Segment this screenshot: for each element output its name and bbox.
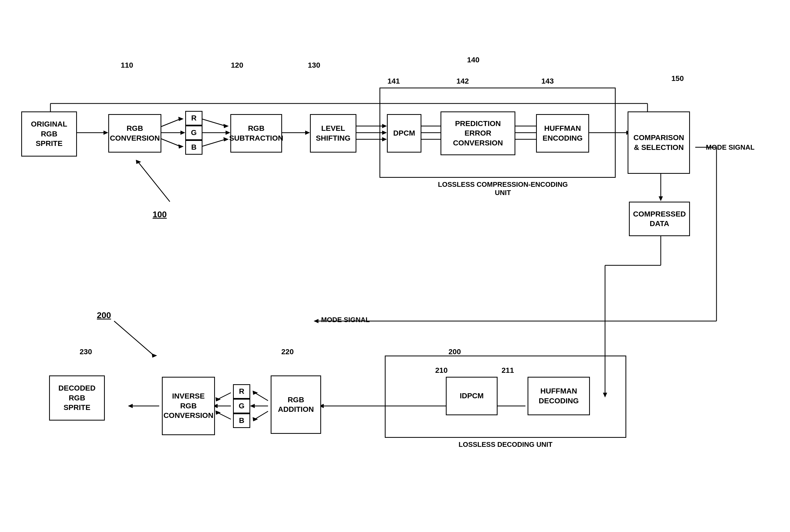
- block-dpcm: DPCM: [387, 114, 421, 153]
- ref-120: 120: [231, 61, 243, 70]
- svg-line-56: [218, 393, 231, 399]
- block-g-bottom: G: [233, 399, 250, 413]
- block-r-bottom: R: [233, 384, 250, 399]
- block-r-top: R: [185, 111, 203, 126]
- svg-marker-7: [178, 144, 184, 149]
- ref-230: 230: [80, 347, 92, 356]
- svg-line-70: [114, 321, 154, 356]
- ref-200: 200: [97, 310, 111, 320]
- svg-marker-69: [136, 160, 141, 164]
- block-huffman-encoding: HUFFMANENCODING: [536, 114, 589, 153]
- block-rgb-conversion: RGBCONVERSION: [108, 114, 161, 153]
- svg-marker-13: [223, 137, 229, 141]
- svg-line-12: [202, 139, 226, 147]
- block-huffman-decoding: HUFFMANDECODING: [528, 377, 590, 415]
- svg-marker-41: [659, 196, 663, 201]
- ref-100: 100: [153, 210, 167, 220]
- svg-marker-71: [152, 354, 157, 358]
- svg-marker-61: [215, 411, 221, 415]
- svg-line-8: [202, 119, 226, 126]
- svg-line-54: [255, 411, 268, 419]
- block-b-top: B: [185, 140, 203, 155]
- block-rgb-subtraction: RGBSUBTRACTION: [230, 114, 282, 153]
- ref-212: 210: [435, 366, 448, 375]
- block-level-shifting: LEVELSHIFTING: [310, 114, 356, 153]
- svg-marker-57: [215, 397, 221, 401]
- svg-marker-53: [250, 404, 255, 408]
- block-decoded-rgb-sprite: DECODEDRGBSPRITE: [49, 376, 105, 421]
- ref-110: 110: [121, 61, 133, 70]
- ref-142: 142: [456, 77, 469, 86]
- svg-line-50: [255, 393, 268, 401]
- ref-130: 130: [308, 61, 320, 70]
- block-b-bottom: B: [233, 413, 250, 428]
- label-mode-signal-bottom: MODE SIGNAL: [321, 316, 370, 324]
- svg-line-2: [159, 119, 181, 127]
- svg-marker-5: [181, 131, 185, 135]
- block-compressed-data: COMPRESSEDDATA: [629, 202, 690, 236]
- ref-220: 220: [281, 347, 294, 356]
- label-lossless-compression: LOSSLESS COMPRESSION-ENCODINGUNIT: [386, 180, 620, 197]
- block-comparison-selection: COMPARISON& SELECTION: [627, 111, 690, 174]
- svg-marker-63: [128, 404, 133, 408]
- svg-marker-51: [252, 391, 258, 395]
- svg-marker-55: [252, 417, 258, 421]
- ref-210: 200: [449, 347, 461, 356]
- block-original-rgb-sprite: ORIGINALRGBSPRITE: [21, 111, 77, 156]
- block-g-top: G: [185, 126, 203, 140]
- svg-line-60: [218, 413, 231, 419]
- svg-marker-15: [305, 131, 310, 135]
- ref-211: 211: [502, 366, 514, 375]
- block-inverse-rgb-conversion: INVERSERGBCONVERSION: [162, 377, 215, 435]
- block-rgb-addition: RGBADDITION: [271, 376, 321, 434]
- block-idpcm: IDPCM: [446, 377, 497, 415]
- ref-143: 143: [541, 77, 554, 86]
- ref-140: 140: [467, 56, 479, 64]
- svg-line-68: [138, 162, 170, 202]
- label-lossless-decoding: LOSSLESS DECODING UNIT: [386, 440, 625, 449]
- ref-141: 141: [388, 77, 400, 86]
- diagram: 110 ORIGINALRGBSPRITE RGBCONVERSION R G …: [0, 0, 790, 532]
- svg-marker-1: [104, 131, 108, 135]
- svg-marker-3: [178, 117, 184, 121]
- svg-marker-45: [314, 319, 318, 323]
- label-mode-signal-top: MODE SIGNAL: [706, 143, 754, 152]
- svg-line-6: [159, 138, 181, 147]
- ref-150: 150: [671, 74, 684, 83]
- svg-marker-9: [223, 124, 229, 128]
- block-prediction-error: PREDICTIONERRORCONVERSION: [440, 111, 515, 155]
